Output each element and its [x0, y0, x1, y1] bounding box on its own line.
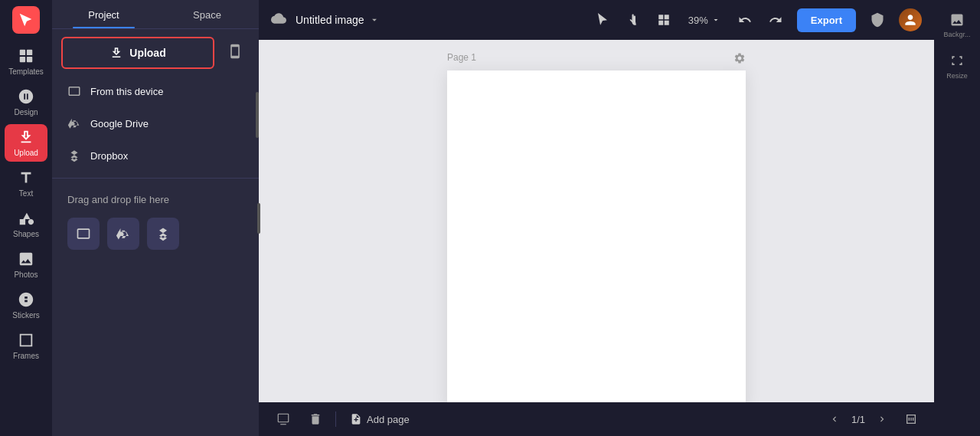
main-area: Untitled image 39%	[259, 0, 934, 436]
svg-rect-4	[658, 15, 663, 19]
svg-rect-8	[278, 414, 289, 422]
sidebar-item-stickers-label: Stickers	[12, 311, 40, 320]
page-navigation: 1/1	[824, 408, 893, 430]
shield-icon[interactable]	[865, 8, 890, 32]
svg-rect-3	[27, 57, 32, 62]
delete-page-button[interactable]	[303, 407, 328, 431]
drag-drop-label: Drag and drop file here	[52, 182, 259, 211]
add-page-button[interactable]: Add page	[344, 410, 416, 428]
topbar: Untitled image 39%	[259, 0, 934, 40]
cloud-save-icon	[271, 11, 286, 29]
background-panel-item[interactable]: Backgr...	[937, 6, 977, 44]
bottombar: Add page 1/1	[259, 402, 934, 436]
svg-rect-1	[27, 50, 32, 55]
hand-tool[interactable]	[621, 8, 645, 32]
page-label: Page 1	[447, 52, 476, 63]
fit-screen-button[interactable]	[900, 408, 922, 430]
upload-menu: From this device Google Drive Dropbox	[52, 72, 259, 175]
sidebar-item-text-label: Text	[19, 189, 33, 198]
quick-dropbox-upload[interactable]	[147, 218, 179, 250]
resize-panel-item[interactable]: Resize	[937, 48, 977, 86]
tab-project[interactable]: Project	[52, 0, 155, 28]
undo-button[interactable]	[733, 8, 757, 32]
redo-button[interactable]	[763, 8, 788, 32]
zoom-level[interactable]: 39%	[682, 11, 727, 29]
next-page-button[interactable]	[871, 408, 893, 430]
prev-page-button[interactable]	[824, 408, 845, 430]
quick-drive-upload[interactable]	[107, 218, 139, 250]
svg-rect-2	[20, 57, 25, 62]
mobile-upload-button[interactable]	[220, 37, 250, 66]
canvas-container: Page 1	[447, 70, 746, 402]
sidebar-item-frames[interactable]: Frames	[5, 327, 47, 365]
sidebar-item-stickers[interactable]: Stickers	[5, 287, 47, 324]
sidebar-item-design[interactable]: Design	[5, 84, 47, 121]
tab-space[interactable]: Space	[155, 0, 259, 28]
panel-resize-handle[interactable]	[255, 0, 263, 436]
logo-button[interactable]	[12, 6, 40, 34]
svg-rect-6	[658, 21, 663, 25]
sidebar-item-shapes-label: Shapes	[13, 230, 39, 238]
document-title[interactable]: Untitled image	[296, 14, 380, 26]
left-panel: Project Space Upload From this device Go…	[52, 0, 259, 436]
sidebar-item-frames-label: Frames	[13, 352, 39, 360]
upload-button[interactable]: Upload	[61, 37, 214, 69]
quick-device-upload[interactable]	[67, 218, 100, 250]
sidebar-item-design-label: Design	[14, 108, 38, 116]
sidebar-item-photos-label: Photos	[14, 270, 38, 279]
svg-rect-0	[20, 50, 25, 55]
user-avatar[interactable]	[899, 8, 922, 31]
page-count: 1/1	[851, 414, 865, 425]
canvas-workspace[interactable]: Page 1	[259, 40, 934, 402]
from-device-item[interactable]: From this device	[52, 75, 259, 107]
google-drive-item[interactable]: Google Drive	[52, 107, 259, 139]
sidebar-item-photos[interactable]: Photos	[5, 246, 47, 284]
divider	[52, 178, 259, 179]
svg-rect-7	[665, 21, 669, 25]
quick-upload-icons	[52, 211, 259, 259]
panel-tabs: Project Space	[52, 0, 259, 29]
resize-label: Resize	[946, 72, 968, 80]
select-tool[interactable]	[590, 8, 615, 32]
sidebar-item-templates-label: Templates	[8, 67, 44, 76]
icon-sidebar: Templates Design Upload Text Shapes Phot…	[0, 0, 52, 436]
sidebar-item-upload[interactable]: Upload	[5, 124, 47, 162]
svg-rect-5	[665, 15, 669, 19]
sidebar-item-upload-label: Upload	[14, 149, 38, 157]
toolbar-tools: 39%	[590, 8, 788, 32]
right-panel: Backgr... Resize	[934, 0, 980, 436]
page-thumbnail-button[interactable]	[271, 407, 296, 431]
export-button[interactable]: Export	[797, 8, 856, 32]
background-label: Backgr...	[943, 31, 970, 38]
canvas-page	[447, 70, 746, 402]
dropbox-item[interactable]: Dropbox	[52, 139, 259, 172]
sidebar-item-templates[interactable]: Templates	[5, 43, 47, 80]
upload-button-area: Upload	[52, 29, 259, 72]
page-settings-icon[interactable]	[733, 52, 746, 67]
layout-tool[interactable]	[652, 8, 676, 32]
divider	[335, 411, 336, 427]
sidebar-item-shapes[interactable]: Shapes	[5, 205, 47, 243]
sidebar-item-text[interactable]: Text	[5, 165, 47, 202]
